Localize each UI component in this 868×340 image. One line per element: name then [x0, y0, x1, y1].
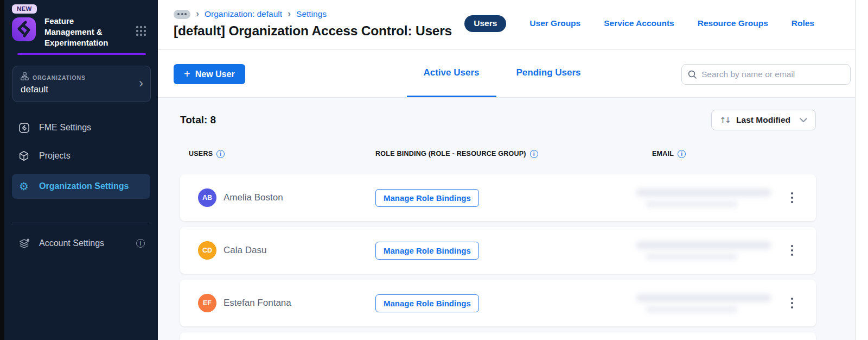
organizations-icon [21, 72, 29, 83]
info-icon[interactable]: i [136, 239, 145, 248]
search-input[interactable] [701, 70, 845, 79]
right-gutter [856, 0, 868, 340]
redacted-email [636, 188, 771, 207]
tab-label: Pending Users [516, 67, 580, 78]
user-name: Amelia Boston [224, 192, 283, 203]
sidebar-header: NEW Feature Management & Experime [4, 0, 158, 55]
sidebar-item-account-settings[interactable]: Account Settings i [12, 233, 150, 254]
sidebar-item-fme-settings[interactable]: FME Settings [12, 117, 150, 138]
sort-dropdown[interactable]: ↑↓ Last Modified [711, 110, 816, 130]
brand-accent-line [17, 53, 146, 55]
tab-user-groups[interactable]: User Groups [529, 18, 580, 28]
column-email: EMAIL [652, 150, 674, 158]
chevron-right-icon: › [139, 77, 143, 90]
table-row: AB Amelia Boston Manage Role Bindings [180, 174, 816, 221]
sidebar-nav: FME Settings Projects ⚙ Organization Set… [4, 117, 158, 199]
column-users: USERS [189, 150, 213, 158]
toolbar: + New User Active Users Pending Users [158, 50, 855, 98]
projects-cube-icon [17, 150, 30, 162]
info-icon[interactable]: i [216, 150, 225, 158]
avatar-initials: CD [202, 247, 212, 254]
tab-resource-groups[interactable]: Resource Groups [698, 18, 768, 28]
tab-roles[interactable]: Roles [792, 18, 814, 28]
page-title: [default] Organization Access Control: U… [174, 23, 452, 39]
screen-edge-strip [0, 0, 4, 340]
organization-value: default [21, 84, 143, 95]
breadcrumb: › Organization: default › Settings [174, 9, 452, 19]
redacted-email [636, 241, 771, 260]
sidebar-item-label: FME Settings [39, 123, 91, 133]
tab-active-users[interactable]: Active Users [406, 50, 496, 97]
table-row: CD Cala Dasu Manage Role Bindings [180, 227, 816, 274]
organizations-label: ORGANIZATIONS [33, 74, 86, 81]
tab-pending-users[interactable]: Pending Users [499, 50, 597, 97]
breadcrumb-ellipsis-button[interactable] [174, 10, 190, 19]
gear-icon: ⚙ [17, 181, 30, 192]
avatar: CD [198, 241, 216, 260]
sidebar-item-label: Projects [39, 151, 71, 161]
chevron-down-icon [796, 118, 807, 123]
user-rows: AB Amelia Boston Manage Role Bindings CD… [180, 174, 816, 326]
sidebar-item-projects[interactable]: Projects [12, 146, 150, 166]
app-logo-icon [11, 16, 37, 42]
breadcrumb-separator-icon: › [196, 9, 199, 18]
sort-label: Last Modified [736, 115, 790, 125]
new-user-button[interactable]: + New User [174, 64, 245, 84]
avatar-initials: EF [203, 299, 212, 307]
column-role-binding: ROLE BINDING (ROLE - RESOURCE GROUP) [375, 150, 526, 158]
user-name: Estefan Fontana [224, 298, 291, 308]
sidebar-item-label: Account Settings [39, 238, 104, 248]
table-header: USERS i ROLE BINDING (ROLE - RESOURCE GR… [180, 144, 816, 163]
access-control-tabs: Users User Groups Service Accounts Resou… [464, 15, 814, 32]
avatar-initials: AB [202, 194, 212, 202]
main-content: › Organization: default › Settings [defa… [158, 0, 856, 340]
user-name: Cala Dasu [224, 245, 266, 256]
avatar: AB [198, 188, 216, 207]
app-title: Feature Management & Experimentation [44, 16, 119, 48]
breadcrumb-separator-icon: › [288, 9, 291, 18]
app-switcher-grid-icon[interactable] [135, 25, 147, 39]
page-header: › Organization: default › Settings [defa… [158, 0, 855, 50]
table-row: EF Estefan Fontana Manage Role Bindings [180, 280, 816, 326]
redacted-email [636, 294, 771, 313]
plus-icon: + [184, 68, 190, 79]
sidebar-item-label: Organization Settings [39, 181, 129, 191]
organization-selector[interactable]: ORGANIZATIONS default › [12, 66, 151, 102]
avatar: EF [198, 294, 216, 312]
breadcrumb-link-organization[interactable]: Organization: default [205, 9, 282, 19]
tab-label: Active Users [423, 67, 479, 78]
manage-role-bindings-button[interactable]: Manage Role Bindings [375, 242, 479, 260]
sort-arrows-icon: ↑↓ [720, 116, 730, 124]
tab-service-accounts[interactable]: Service Accounts [604, 18, 674, 28]
kebab-menu-icon[interactable] [788, 242, 797, 260]
info-icon[interactable]: i [530, 150, 538, 158]
users-content: Total: 8 ↑↓ Last Modified USERS i [158, 98, 855, 340]
kebab-menu-icon[interactable] [788, 294, 797, 312]
fme-settings-icon [17, 122, 30, 134]
info-icon[interactable]: i [678, 150, 686, 158]
new-user-button-label: New User [195, 70, 235, 79]
new-badge: NEW [12, 4, 37, 14]
table-row-partial [180, 332, 816, 340]
total-count: Total: 8 [180, 114, 216, 126]
search-box[interactable] [681, 64, 851, 85]
search-icon [687, 70, 697, 79]
breadcrumb-link-settings[interactable]: Settings [296, 9, 327, 19]
manage-role-bindings-button[interactable]: Manage Role Bindings [375, 294, 479, 312]
sidebar-item-organization-settings[interactable]: ⚙ Organization Settings [12, 174, 150, 199]
manage-role-bindings-button[interactable]: Manage Role Bindings [375, 189, 479, 207]
sidebar: NEW Feature Management & Experime [4, 0, 158, 340]
sidebar-divider [12, 223, 150, 223]
layers-icon [17, 237, 30, 250]
tab-users[interactable]: Users [464, 15, 506, 32]
user-state-tabs: Active Users Pending Users [406, 50, 597, 97]
screen: NEW Feature Management & Experime [0, 0, 868, 340]
kebab-menu-icon[interactable] [788, 189, 797, 207]
